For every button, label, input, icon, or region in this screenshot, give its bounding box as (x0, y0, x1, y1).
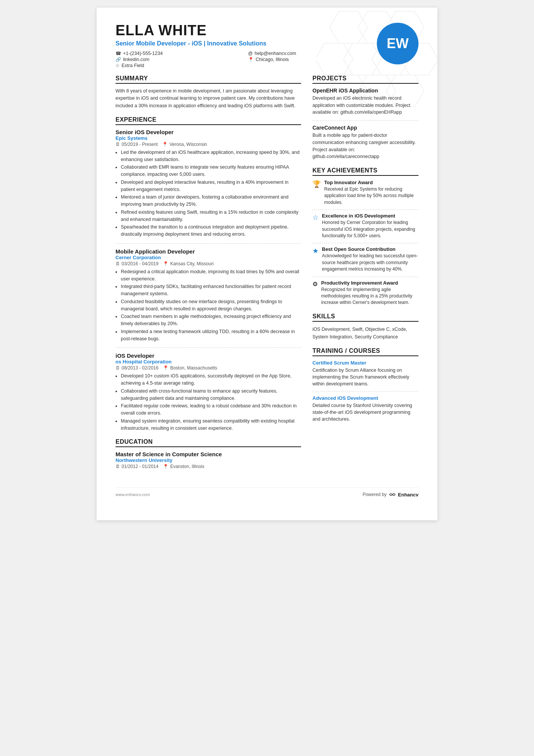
training-2-title: Advanced iOS Development (312, 395, 418, 401)
contact-grid: ☎ +1-(234)-555-1234 @ help@enhancv.com 🔗… (116, 51, 369, 68)
education-section: EDUCATION Master of Science in Computer … (116, 438, 301, 469)
calendar-icon-2: 🗓 (116, 261, 120, 266)
projects-section: PROJECTS OpenEHR iOS Application Develop… (312, 75, 418, 160)
experience-title: EXPERIENCE (116, 116, 301, 125)
job-3-meta: 🗓 08/2013 - 02/2016 📍 Boston, Massachuse… (116, 365, 301, 371)
bullet: Mentored a team of junior developers, fo… (121, 194, 301, 208)
calendar-icon-edu: 🗓 (116, 464, 120, 469)
achievement-4-desc: Recognized for implementing agile method… (321, 286, 418, 306)
training-title: TRAINING / COURSES (312, 347, 418, 356)
bullet: Coached team members in agile methodolog… (121, 313, 301, 327)
job-3: iOS Developer os Hospital Corporation 🗓 … (116, 352, 301, 432)
project-1-name: OpenEHR iOS Application (312, 88, 418, 94)
achievement-1-content: Top Innovator Award Received at Epic Sys… (324, 180, 418, 206)
location-icon-1: 📍 (162, 142, 168, 147)
achievement-3-title: Best Open Source Contribution (322, 246, 418, 252)
achievement-3-icon: ★ (312, 247, 319, 255)
job-2-meta: 🗓 03/2016 - 04/2019 📍 Kansas City, Misso… (116, 261, 301, 266)
achievement-2-content: Excellence in iOS Development Honored by… (322, 213, 418, 239)
skills-section: SKILLS iOS Development, Swift, Objective… (312, 313, 418, 341)
training-1: Certified Scrum Master Certification by … (312, 360, 418, 387)
project-divider (312, 121, 418, 121)
training-2: Advanced iOS Development Detailed course… (312, 395, 418, 423)
edu-school: Northwestern University (116, 457, 301, 463)
footer: www.enhancv.com Powered by Enhancv (116, 487, 418, 498)
achievement-2-icon: ☆ (312, 213, 319, 222)
skills-title: SKILLS (312, 313, 418, 322)
bullet: Developed and deployed interactive featu… (121, 179, 301, 193)
job-2-dates: 🗓 03/2016 - 04/2019 (116, 261, 158, 266)
achievement-1-desc: Received at Epic Systems for reducing ap… (324, 186, 418, 206)
footer-brand: Powered by Enhancv (362, 491, 418, 498)
training-2-desc: Detailed course by Stanford University c… (312, 402, 418, 423)
bullet: Collaborated with EMR teams to integrate… (121, 164, 301, 178)
job-1-bullets: Led the development of an iOS healthcare… (116, 149, 301, 238)
avatar: EW (377, 23, 418, 64)
job-1: Senior iOS Developer Epic Systems 🗓 05/2… (116, 129, 301, 238)
achievement-4: ⚙ Productivity Improvement Award Recogni… (312, 280, 418, 306)
left-column: SUMMARY With 8 years of experience in mo… (116, 75, 301, 476)
bullet: Facilitated regular code reviews, leadin… (121, 402, 301, 417)
achievement-divider-2 (312, 243, 418, 243)
job-2-title: Mobile Application Developer (116, 248, 301, 255)
project-2: CareConnect App Built a mobile app for p… (312, 125, 418, 160)
bullet: Conducted feasibility studies on new int… (121, 298, 301, 313)
star-icon: ☆ (116, 63, 120, 68)
summary-title: SUMMARY (116, 75, 301, 84)
education-title: EDUCATION (116, 438, 301, 447)
achievement-4-icon: ⚙ (312, 280, 318, 288)
edu-meta: 🗓 01/2012 - 01/2014 📍 Evanston, Illinois (116, 464, 301, 469)
achievement-4-content: Productivity Improvement Award Recognize… (321, 280, 418, 306)
footer-website: www.enhancv.com (116, 492, 150, 497)
contact-extra: ☆ Extra Field (116, 63, 237, 68)
contact-phone: ☎ +1-(234)-555-1234 (116, 51, 237, 56)
job-2: Mobile Application Developer Cerner Corp… (116, 248, 301, 343)
skills-text: iOS Development, Swift, Objective C, xCo… (312, 326, 418, 341)
achievement-2-title: Excellence in iOS Development (322, 213, 418, 219)
achievements-section: KEY ACHIEVEMENTS 🏆 Top Innovator Award R… (312, 167, 418, 306)
achievement-3: ★ Best Open Source Contribution Acknowle… (312, 246, 418, 272)
job-divider-1 (116, 243, 301, 244)
achievement-3-content: Best Open Source Contribution Acknowledg… (322, 246, 418, 272)
candidate-name: ELLA WHITE (116, 23, 369, 39)
location-icon-2: 📍 (163, 261, 169, 266)
edu-location: 📍 Evanston, Illinois (163, 464, 204, 469)
header-left: ELLA WHITE Senior Mobile Developer - iOS… (116, 23, 369, 68)
achievement-divider-1 (312, 210, 418, 210)
resume-container: ELLA WHITE Senior Mobile Developer - iOS… (97, 8, 437, 520)
job-1-title: Senior iOS Developer (116, 129, 301, 135)
project-2-name: CareConnect App (312, 125, 418, 131)
linkedin-icon: 🔗 (116, 57, 121, 62)
job-1-company: Epic Systems (116, 135, 301, 141)
projects-title: PROJECTS (312, 75, 418, 84)
summary-text: With 8 years of experience in mobile dev… (116, 88, 301, 110)
project-2-desc: Built a mobile app for patient-doctor co… (312, 132, 418, 160)
achievement-2: ☆ Excellence in iOS Development Honored … (312, 213, 418, 239)
training-1-title: Certified Scrum Master (312, 360, 418, 366)
job-3-company: os Hospital Corporation (116, 359, 301, 365)
contact-linkedin: 🔗 linkedin.com (116, 57, 237, 62)
header: ELLA WHITE Senior Mobile Developer - iOS… (116, 23, 418, 68)
training-1-desc: Certification by Scrum Alliance focusing… (312, 367, 418, 387)
experience-section: EXPERIENCE Senior iOS Developer Epic Sys… (116, 116, 301, 432)
achievement-1-icon: 🏆 (312, 180, 321, 188)
job-3-location: 📍 Boston, Massachusetts (163, 365, 217, 371)
enhancv-logo-icon (389, 491, 396, 498)
training-section: TRAINING / COURSES Certified Scrum Maste… (312, 347, 418, 423)
bullet: Collaborated with cross-functional teams… (121, 388, 301, 402)
job-3-dates: 🗓 08/2013 - 02/2016 (116, 365, 158, 371)
bullet: Led the development of an iOS healthcare… (121, 149, 301, 163)
location-icon-edu: 📍 (163, 464, 169, 469)
job-2-location: 📍 Kansas City, Missouri (163, 261, 213, 266)
bullet: Spearheaded the transition to a continuo… (121, 224, 301, 238)
achievement-2-desc: Honored by Cerner Corporation for leadin… (322, 219, 418, 239)
achievement-3-desc: Acknowledged for leading two successful … (322, 253, 418, 272)
calendar-icon-3: 🗓 (116, 365, 120, 371)
achievement-divider-3 (312, 277, 418, 277)
brand-name: Enhancv (398, 492, 418, 498)
location-icon: 📍 (248, 57, 254, 62)
project-1: OpenEHR iOS Application Developed an iOS… (312, 88, 418, 116)
achievement-4-title: Productivity Improvement Award (321, 280, 418, 286)
job-2-company: Cerner Corporation (116, 255, 301, 260)
contact-email: @ help@enhancv.com (248, 51, 369, 56)
